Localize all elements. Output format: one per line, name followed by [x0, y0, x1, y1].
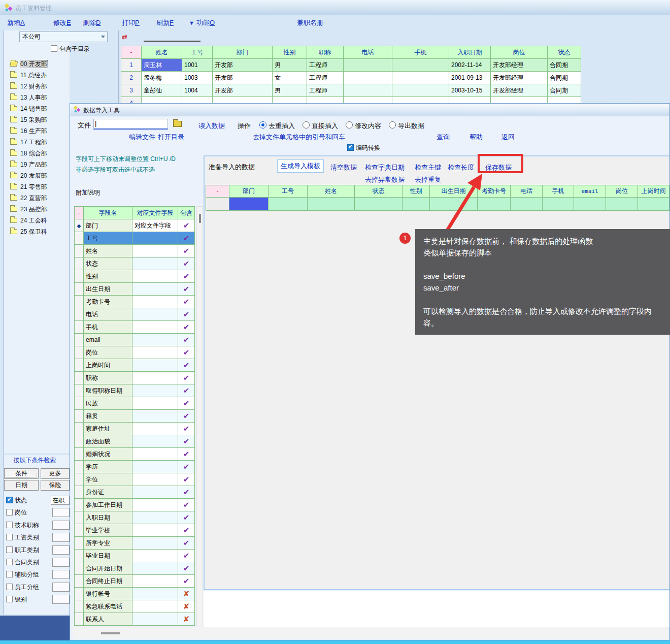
- cell[interactable]: [392, 59, 449, 72]
- included-check-icon[interactable]: ✔: [178, 499, 195, 511]
- file-field-cell[interactable]: [132, 550, 178, 562]
- included-check-icon[interactable]: ✔: [178, 270, 195, 283]
- import-column-header[interactable]: 工号: [268, 185, 307, 198]
- file-field-cell[interactable]: [132, 562, 178, 575]
- field-name-cell[interactable]: 考勤卡号: [84, 296, 132, 308]
- field-row[interactable]: 紧急联系电话✘: [75, 600, 195, 613]
- cell[interactable]: [344, 72, 392, 84]
- included-check-icon[interactable]: ✔: [178, 296, 195, 308]
- filter-checkbox-5[interactable]: 职工类别: [6, 546, 39, 556]
- cell[interactable]: 工程师: [307, 59, 344, 72]
- tree-item[interactable]: 25 保卫科: [7, 226, 69, 237]
- field-name-cell[interactable]: 银行帐号: [84, 588, 132, 600]
- edit-button[interactable]: 修改E: [53, 18, 71, 27]
- tree-item[interactable]: 22 直营部: [7, 192, 69, 204]
- check-length-button[interactable]: 检查长度: [448, 163, 474, 172]
- filter-value-input[interactable]: [52, 533, 70, 542]
- cell[interactable]: [206, 198, 229, 211]
- field-name-cell[interactable]: 部门: [84, 219, 132, 232]
- field-row[interactable]: 家庭住址✔: [75, 423, 195, 435]
- tree-item[interactable]: 13 人事部: [7, 92, 69, 103]
- tree-item[interactable]: 14 销售部: [7, 103, 69, 114]
- refresh-button[interactable]: 刷新F: [156, 18, 174, 27]
- filter-value-input[interactable]: [52, 508, 70, 517]
- field-row[interactable]: 毕业学校✔: [75, 524, 195, 537]
- tree-item[interactable]: 17 工程部: [7, 137, 69, 148]
- import-column-header[interactable]: -: [206, 185, 229, 198]
- included-check-icon[interactable]: ✔: [178, 473, 195, 486]
- file-field-cell[interactable]: [132, 245, 178, 257]
- cell[interactable]: 男: [273, 84, 307, 97]
- tree-item[interactable]: 24 工会科: [7, 215, 69, 226]
- tree-item[interactable]: 12 财务部: [7, 81, 69, 92]
- field-name-cell[interactable]: 上岗时间: [84, 359, 132, 372]
- filter-checkbox-3[interactable]: 技术职称: [6, 522, 39, 531]
- field-row[interactable]: 姓名✔: [75, 245, 195, 257]
- field-name-cell[interactable]: 电话: [84, 308, 132, 321]
- included-check-icon[interactable]: ✔: [178, 575, 195, 588]
- import-empty-row[interactable]: [206, 198, 669, 211]
- field-name-cell[interactable]: 婚姻状况: [84, 448, 132, 461]
- cell[interactable]: [574, 198, 606, 211]
- radio-1[interactable]: [259, 121, 266, 128]
- column-header[interactable]: 岗位: [491, 46, 548, 59]
- filter-checkbox-9[interactable]: 级别: [6, 596, 27, 605]
- field-row[interactable]: email✔: [75, 334, 195, 346]
- open-dir-button[interactable]: 打开目录: [158, 133, 184, 142]
- file-field-cell[interactable]: [132, 397, 178, 410]
- file-field-cell[interactable]: [132, 359, 178, 372]
- filter-value-input[interactable]: [52, 570, 70, 579]
- column-header[interactable]: 电话: [344, 46, 392, 59]
- cell[interactable]: 开发部经理: [491, 72, 548, 84]
- field-name-cell[interactable]: 手机: [84, 321, 132, 334]
- file-field-cell[interactable]: [132, 346, 178, 359]
- cell[interactable]: 开发部: [213, 59, 273, 72]
- cell[interactable]: 开发部经理: [491, 84, 548, 97]
- strip-quotes-button[interactable]: 去掉文件单元格中的引号和回车: [253, 133, 345, 142]
- field-row[interactable]: 状态✔: [75, 257, 195, 270]
- excluded-cross-icon[interactable]: ✘: [178, 626, 195, 627]
- tree-item[interactable]: 11 总经办: [7, 70, 69, 81]
- field-row[interactable]: 身份证✔: [75, 486, 195, 499]
- check-dict-date-button[interactable]: 检查字典日期: [365, 163, 405, 172]
- file-field-cell[interactable]: [132, 334, 178, 346]
- field-column-header[interactable]: 包含: [178, 207, 195, 219]
- filter-value-input[interactable]: [52, 558, 70, 567]
- file-field-cell[interactable]: [132, 600, 178, 613]
- included-check-icon[interactable]: ✔: [178, 321, 195, 334]
- excluded-cross-icon[interactable]: ✘: [178, 588, 195, 600]
- import-column-header[interactable]: 性别: [402, 185, 429, 198]
- included-check-icon[interactable]: ✔: [178, 334, 195, 346]
- file-field-cell[interactable]: [132, 308, 178, 321]
- cell[interactable]: 女: [273, 72, 307, 84]
- cell[interactable]: 1003: [182, 72, 213, 84]
- tree-item[interactable]: 16 生产部: [7, 125, 69, 137]
- file-field-cell[interactable]: [132, 499, 178, 511]
- new-button[interactable]: 新增A: [7, 18, 25, 27]
- filter-checkbox-1[interactable]: 状态: [6, 497, 27, 506]
- field-row[interactable]: 学历✔: [75, 461, 195, 473]
- included-check-icon[interactable]: ✔: [178, 550, 195, 562]
- filter-checkbox-7[interactable]: 辅助分组: [6, 571, 39, 580]
- field-name-cell[interactable]: 家庭住址: [84, 423, 132, 435]
- import-column-header[interactable]: 姓名: [307, 185, 354, 198]
- included-check-icon[interactable]: ✔: [178, 283, 195, 296]
- filter-value-input[interactable]: [52, 521, 70, 530]
- cell[interactable]: 工程师: [307, 84, 344, 97]
- field-name-cell[interactable]: 状态: [84, 257, 132, 270]
- included-check-icon[interactable]: ✔: [178, 308, 195, 321]
- included-check-icon[interactable]: ✔: [178, 524, 195, 537]
- included-check-icon[interactable]: ✔: [178, 397, 195, 410]
- drop-duplicate-button[interactable]: 去掉重复: [415, 175, 441, 184]
- excluded-cross-icon[interactable]: ✘: [178, 600, 195, 613]
- tree-item[interactable]: 23 品控部: [7, 204, 69, 215]
- cell[interactable]: [392, 72, 449, 84]
- field-row[interactable]: 考勤卡号✔: [75, 296, 195, 308]
- field-row[interactable]: 籍贯✔: [75, 410, 195, 423]
- field-row[interactable]: qq帐号✘: [75, 626, 195, 627]
- tab-date[interactable]: 日期: [4, 480, 39, 491]
- query-button[interactable]: 查询: [437, 133, 450, 142]
- import-column-header[interactable]: 手机: [543, 185, 574, 198]
- file-field-cell[interactable]: [132, 296, 178, 308]
- file-field-cell[interactable]: [132, 372, 178, 384]
